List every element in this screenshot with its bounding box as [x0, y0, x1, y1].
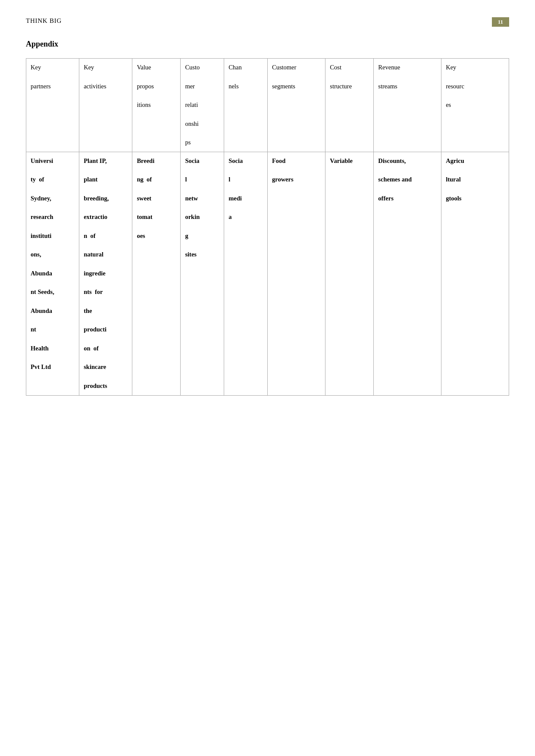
table-data-row: University ofSydney,researchinstitutions…: [26, 152, 509, 395]
brand-label: THINK BIG: [26, 17, 62, 25]
data-customer-seg: Foodgrowers: [267, 152, 325, 395]
page-number: 11: [492, 17, 509, 27]
header-cost: Coststructure: [325, 59, 374, 152]
data-key-activities: Plant IP,plantbreeding,extraction ofnatu…: [79, 152, 132, 395]
header-key-partners: Keypartners: [26, 59, 79, 152]
header-customer-seg: Customersegments: [267, 59, 325, 152]
data-channels: Socialmedia: [224, 152, 268, 395]
header-customer-rel: Customerrelationships: [181, 59, 224, 152]
data-value-props: Breeding ofsweettomatoes: [132, 152, 181, 395]
header-value-props: Valuepropositions: [132, 59, 181, 152]
section-title: Appendix: [26, 40, 509, 49]
business-model-table: Keypartners Keyactivities Valuepropositi…: [26, 58, 509, 396]
table-header-row: Keypartners Keyactivities Valuepropositi…: [26, 59, 509, 152]
page-header: THINK BIG 11: [26, 17, 509, 27]
header-key-activities: Keyactivities: [79, 59, 132, 152]
data-revenue: Discounts,schemes andoffers: [374, 152, 441, 395]
header-key-resources: Keyresources: [441, 59, 509, 152]
data-customer-rel: Socialnetworkingsites: [181, 152, 224, 395]
data-cost: Variable: [325, 152, 374, 395]
header-channels: Channels: [224, 59, 268, 152]
header-revenue: Revenuestreams: [374, 59, 441, 152]
data-key-resources: Agriculturalgtools: [441, 152, 509, 395]
data-key-partners: University ofSydney,researchinstitutions…: [26, 152, 79, 395]
